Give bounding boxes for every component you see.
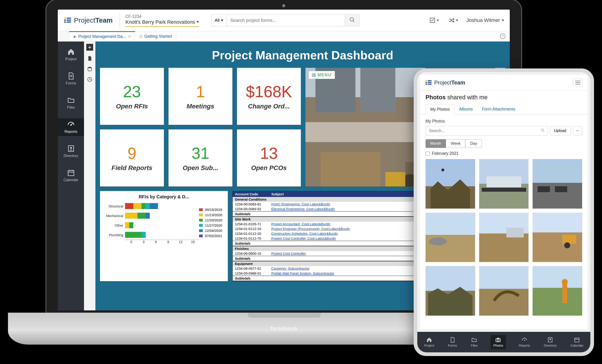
rfi-chart-card: RFIs by Category & D... StructuralMechan… [100, 191, 228, 281]
logo-icon [64, 16, 72, 24]
add-button[interactable]: ＋ [86, 44, 93, 51]
tab-my-photos[interactable]: My Photos [426, 104, 454, 115]
svg-rect-67 [479, 266, 529, 289]
tab-albums[interactable]: Albums [454, 104, 477, 115]
page-icon[interactable] [87, 56, 92, 61]
project-selector[interactable]: CF-1234 Knott's Berry Park Renovations [120, 12, 204, 28]
search-input[interactable] [226, 14, 345, 26]
app-logo[interactable]: ProjectTeam [425, 79, 465, 86]
camera-dot [282, 4, 285, 7]
home-icon [67, 48, 75, 56]
kpi-change-orders[interactable]: $168K Change Ord... [237, 68, 301, 125]
svg-rect-2 [64, 21, 66, 22]
tab-tools [58, 31, 69, 41]
svg-rect-37 [426, 82, 427, 83]
month-group[interactable]: February 2021 [426, 151, 582, 156]
help-button[interactable]: ? [496, 31, 510, 41]
btm-calendar[interactable]: Calendar [570, 335, 584, 349]
tab-form-attachments[interactable]: Form Attachments [477, 104, 520, 115]
user-menu[interactable]: Joshua Witmer [466, 17, 504, 23]
photo-thumb[interactable] [426, 266, 475, 316]
photo-thumb[interactable] [479, 159, 529, 209]
svg-point-64 [564, 242, 570, 248]
logo-text: ProjectTeam [434, 79, 465, 86]
play-icon [73, 35, 76, 38]
photo-thumb[interactable] [533, 266, 582, 316]
svg-rect-35 [385, 172, 405, 186]
contact-icon [547, 337, 553, 343]
app-logo[interactable]: ProjectTeam [64, 16, 113, 24]
svg-point-42 [541, 129, 544, 131]
help-icon: ? [500, 33, 506, 39]
photo-thumb[interactable] [533, 159, 582, 209]
shuffle-menu[interactable] [447, 16, 460, 25]
upload-button[interactable]: Upload [550, 126, 571, 135]
svg-rect-61 [533, 213, 582, 233]
view-month[interactable]: Month [426, 139, 446, 148]
btm-directory[interactable]: Directory [543, 335, 558, 349]
checklist-menu[interactable] [428, 16, 440, 25]
tab-getting-started[interactable]: Getting Started [135, 31, 176, 41]
chevron-down-icon [456, 20, 458, 21]
hamburger-button[interactable] [573, 78, 583, 87]
section-label: My Photos [426, 119, 582, 124]
rail-project[interactable]: Project [58, 46, 84, 64]
top-nav: ProjectTeam CF-1234 Knott's Berry Park R… [58, 10, 510, 31]
rail-files[interactable]: Files [58, 94, 84, 112]
laptop-brand: Notebook [270, 325, 298, 332]
svg-point-72 [562, 279, 568, 285]
search-icon [541, 128, 545, 133]
btm-project[interactable]: Project [423, 335, 435, 349]
svg-rect-40 [428, 82, 432, 83]
photo-thumb[interactable] [533, 213, 582, 262]
kpi-open-subs[interactable]: 31 Open Sub... [169, 129, 232, 186]
rail-reports[interactable]: Reports [58, 118, 84, 136]
contact-icon [67, 145, 75, 152]
photo-grid [426, 159, 582, 316]
chevron-down-icon [221, 20, 223, 21]
close-icon[interactable]: ✕ [128, 34, 131, 39]
kpi-field-reports[interactable]: 9 Field Reports [100, 129, 164, 186]
rail-calendar[interactable]: Calendar [58, 167, 84, 184]
view-day[interactable]: Day [465, 139, 482, 148]
svg-rect-63 [562, 235, 576, 244]
menu-icon [575, 81, 580, 81]
tablet-viewport: ProjectTeam Photos shared with me My Pho… [420, 75, 588, 329]
rail-forms[interactable]: Forms [58, 70, 84, 88]
view-segment: Month Week Day [426, 139, 582, 148]
search-button[interactable] [345, 14, 360, 26]
more-button[interactable]: ··· [573, 126, 582, 135]
home-icon [426, 337, 432, 343]
svg-rect-53 [538, 186, 550, 192]
rail-directory[interactable]: Directory [58, 142, 84, 160]
month-checkbox[interactable] [426, 151, 430, 156]
svg-rect-60 [506, 227, 524, 237]
database-icon[interactable] [87, 66, 92, 72]
search-scope-select[interactable]: All [211, 14, 226, 26]
camera-menu-button[interactable]: MENU [309, 71, 335, 79]
photo-thumb[interactable] [479, 266, 529, 316]
project-code: CF-1234 [126, 14, 199, 19]
btm-files[interactable]: Files [470, 335, 479, 349]
kpi-meetings[interactable]: 1 Meetings [169, 68, 232, 125]
photo-thumb[interactable] [426, 213, 475, 262]
svg-rect-51 [533, 159, 582, 183]
btm-forms[interactable]: Forms [447, 335, 458, 349]
svg-rect-39 [428, 80, 432, 81]
search-input[interactable] [426, 126, 548, 136]
btm-reports[interactable]: Reports [518, 335, 531, 349]
photo-thumb[interactable] [426, 159, 475, 209]
view-week[interactable]: Week [446, 139, 465, 148]
svg-point-46 [441, 168, 444, 171]
photo-thumb[interactable] [479, 213, 529, 262]
kpi-open-pcos[interactable]: 13 Open PCOs [237, 129, 301, 186]
btm-photos[interactable]: Photos [491, 335, 506, 349]
tab-dashboard[interactable]: Project Management Da... ✕ [69, 31, 135, 41]
clock-icon[interactable] [87, 77, 92, 82]
svg-rect-59 [479, 234, 529, 262]
svg-point-74 [497, 339, 499, 341]
svg-rect-50 [482, 188, 526, 192]
gauge-icon [67, 120, 75, 128]
kpi-open-rfis[interactable]: 23 Open RFIs [100, 68, 164, 125]
logo-text: ProjectTeam [74, 16, 113, 24]
